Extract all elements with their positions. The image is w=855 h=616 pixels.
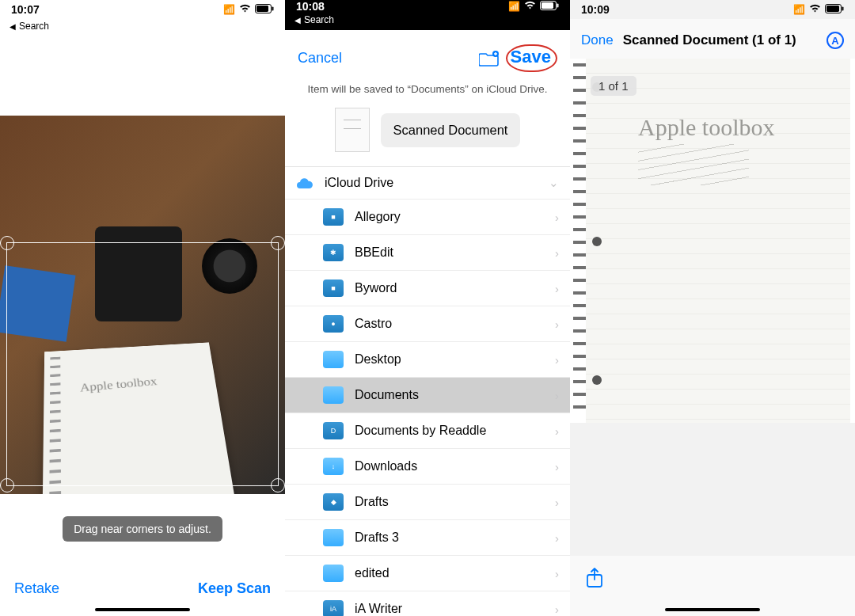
svg-rect-4 <box>542 2 553 9</box>
done-button[interactable]: Done <box>581 32 614 48</box>
retake-button[interactable]: Retake <box>14 580 59 597</box>
new-folder-icon[interactable] <box>479 50 500 67</box>
folder-row[interactable]: iAiA Writer› <box>285 591 570 616</box>
handwriting-text: Apple toolbox <box>638 114 775 185</box>
cancel-button[interactable]: Cancel <box>298 50 342 67</box>
folder-label: Documents by Readdle <box>355 424 486 438</box>
status-time: 10:09 <box>581 3 610 16</box>
scan-navbar: Done Scanned Document (1 of 1) A <box>570 19 855 59</box>
battery-icon <box>540 1 559 13</box>
folder-row[interactable]: edited› <box>285 556 570 591</box>
folder-icon: ◆ <box>323 493 344 511</box>
svg-rect-1 <box>256 6 268 12</box>
chevron-right-icon: › <box>555 389 559 402</box>
wifi-icon <box>239 4 251 15</box>
save-sheet: Cancel Save Item will be saved to “Docum… <box>285 30 570 616</box>
status-bar: 10:09 📶 <box>570 0 855 19</box>
hole-icon <box>592 375 602 385</box>
folder-label: Byword <box>355 281 397 295</box>
folder-icon: ↓ <box>323 458 344 475</box>
crop-handle-bottom-left[interactable] <box>0 478 14 492</box>
page-title: Scanned Document (1 of 1) <box>623 32 817 48</box>
save-doc-row: Scanned Document <box>285 105 570 166</box>
status-time: 10:08 <box>296 0 325 13</box>
folder-icon: ● <box>323 315 344 333</box>
folder-icon <box>323 386 344 404</box>
save-subtitle: Item will be saved to “Documents” on iCl… <box>285 80 570 105</box>
chevron-right-icon: › <box>555 460 559 473</box>
folder-label: BBEdit <box>355 245 393 260</box>
folder-row[interactable]: ●Castro› <box>285 306 570 342</box>
adjust-hint: Drag near corners to adjust. <box>63 516 222 542</box>
folder-row[interactable]: Desktop› <box>285 342 570 378</box>
folder-label: Castro <box>355 317 392 331</box>
status-icons: 📶 <box>508 1 559 13</box>
folder-label: iA Writer <box>355 602 402 616</box>
status-icons: 📶 <box>793 4 844 16</box>
document-thumbnail <box>335 108 370 152</box>
chevron-right-icon: › <box>555 211 559 224</box>
crop-handle-bottom-right[interactable] <box>271 478 285 492</box>
folder-icon: ■ <box>323 208 344 226</box>
folder-icon <box>323 351 344 368</box>
location-root-label: iCloud Drive <box>325 176 393 190</box>
notebook-spiral <box>573 63 586 418</box>
back-to-search[interactable]: ◀ Search <box>0 19 285 36</box>
status-time: 10:07 <box>11 3 40 16</box>
folder-label: Desktop <box>355 352 401 367</box>
scan-preview: Apple toolbox <box>0 116 285 494</box>
home-indicator[interactable] <box>95 608 190 611</box>
scan-page-view[interactable]: 1 of 1 Apple toolbox <box>570 59 855 423</box>
cellular-icon: 📶 <box>223 4 235 15</box>
crop-handle-top-right[interactable] <box>271 236 285 250</box>
folder-row[interactable]: Documents› <box>285 378 570 413</box>
crop-rectangle[interactable] <box>6 242 279 486</box>
folder-icon: iA <box>323 600 344 616</box>
save-button[interactable]: Save <box>506 44 557 72</box>
folder-label: edited <box>355 566 390 580</box>
status-bar: 10:08 📶 <box>285 0 570 13</box>
folder-label: Drafts 3 <box>355 530 399 545</box>
screen-save-to-files: 10:08 📶 ◀ Search Cancel <box>285 0 570 616</box>
folder-icon: D <box>323 422 344 439</box>
folder-icon: ✱ <box>323 244 344 261</box>
screen-scan-result: 10:09 📶 Done Scanned Document (1 of 1) A… <box>570 0 855 616</box>
folder-row[interactable]: ↓Downloads› <box>285 449 570 485</box>
chevron-right-icon: › <box>555 496 559 509</box>
chevron-right-icon: › <box>555 246 559 260</box>
folder-row[interactable]: ✱BBEdit› <box>285 235 570 271</box>
folder-label: Allegory <box>355 210 401 224</box>
share-icon[interactable] <box>586 568 603 593</box>
chevron-right-icon: › <box>555 567 559 580</box>
folder-row[interactable]: ◆Drafts› <box>285 485 570 520</box>
cellular-icon: 📶 <box>793 4 805 15</box>
folder-row[interactable]: DDocuments by Readdle› <box>285 413 570 449</box>
chevron-down-icon: ⌄ <box>549 176 559 190</box>
chevron-right-icon: › <box>555 424 559 438</box>
folder-icon <box>323 529 344 546</box>
markup-icon[interactable]: A <box>826 32 844 49</box>
folder-row[interactable]: ■Allegory› <box>285 200 570 235</box>
folder-row[interactable]: ■Byword› <box>285 271 570 306</box>
folder-row[interactable]: Drafts 3› <box>285 520 570 556</box>
folder-list[interactable]: iCloud Drive ⌄ ■Allegory›✱BBEdit›■Byword… <box>285 166 570 616</box>
back-label: Search <box>19 21 49 32</box>
back-caret-icon: ◀ <box>294 16 301 25</box>
wifi-icon <box>524 1 536 12</box>
keep-scan-button[interactable]: Keep Scan <box>198 580 271 597</box>
location-root-icloud[interactable]: iCloud Drive ⌄ <box>285 167 570 200</box>
cellular-icon: 📶 <box>508 1 520 12</box>
folder-icon: ■ <box>323 279 344 297</box>
svg-rect-5 <box>557 3 559 7</box>
chevron-right-icon: › <box>555 603 559 616</box>
home-indicator[interactable] <box>665 608 760 611</box>
status-icons: 📶 <box>223 4 274 16</box>
back-to-search[interactable]: ◀ Search <box>285 13 570 30</box>
scan-toolbar <box>570 556 855 616</box>
folder-icon <box>323 565 344 582</box>
status-bar: 10:07 📶 <box>0 0 285 19</box>
crop-handle-top-left[interactable] <box>0 236 14 250</box>
chevron-right-icon: › <box>555 318 559 331</box>
document-name-field[interactable]: Scanned Document <box>381 113 521 147</box>
back-label: Search <box>304 14 334 25</box>
